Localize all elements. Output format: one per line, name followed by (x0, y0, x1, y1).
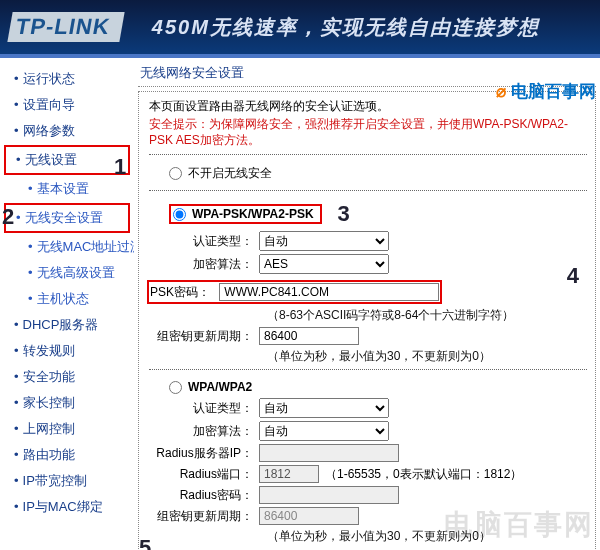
wpa-psk-enc-label: 加密算法： (149, 256, 259, 273)
wpa-rekey-label: 组密钥更新周期： (149, 508, 259, 525)
wpa-psk-auth-label: 认证类型： (149, 233, 259, 250)
sidebar-item-0[interactable]: 运行状态 (0, 66, 134, 92)
sidebar-item-11[interactable]: 安全功能 (0, 364, 134, 390)
radius-port-hint: （1-65535，0表示默认端口：1812） (325, 466, 522, 483)
sidebar-item-6[interactable]: 无线MAC地址过滤 (0, 234, 134, 260)
brand-logo: TP-LINK (7, 12, 124, 42)
radius-port-label: Radius端口： (149, 466, 259, 483)
radio-disable-security[interactable] (169, 167, 182, 180)
psk-password-hint: （8-63个ASCII码字符或8-64个十六进制字符） (267, 307, 587, 324)
radius-pwd-input[interactable] (259, 486, 399, 504)
annotation-5: 5 (139, 535, 151, 550)
wpa-psk-auth-select[interactable]: 自动 (259, 231, 389, 251)
psk-password-label: PSK密码： (150, 285, 216, 299)
section-wpa-psk: WPA-PSK/WPA2-PSK 3 认证类型： 自动 加密算法： AES PS… (149, 190, 587, 369)
radio-wpa-psk[interactable] (173, 208, 186, 221)
wpa-psk-enc-select[interactable]: AES (259, 254, 389, 274)
sidebar-item-9[interactable]: DHCP服务器 (0, 312, 134, 338)
annotation-4: 4 (567, 263, 579, 289)
watermark-logo: ⌀ 电脑百事网 (496, 80, 596, 103)
wpa-rekey-input[interactable] (259, 507, 359, 525)
sidebar-nav: 运行状态设置向导网络参数无线设置基本设置无线安全设置无线MAC地址过滤无线高级设… (0, 58, 134, 550)
radio-wpa[interactable] (169, 381, 182, 394)
sidebar-item-15[interactable]: IP带宽控制 (0, 468, 134, 494)
radius-ip-input[interactable] (259, 444, 399, 462)
sidebar-item-16[interactable]: IP与MAC绑定 (0, 494, 134, 520)
radius-pwd-label: Radius密码： (149, 487, 259, 504)
sidebar-item-14[interactable]: 路由功能 (0, 442, 134, 468)
panel-body: 本页面设置路由器无线网络的安全认证选项。 安全提示：为保障网络安全，强烈推荐开启… (138, 91, 596, 550)
sidebar-item-2[interactable]: 网络参数 (0, 118, 134, 144)
sidebar-item-13[interactable]: 上网控制 (0, 416, 134, 442)
annotation-1: 1 (114, 154, 126, 180)
wpa-enc-select[interactable]: 自动 (259, 421, 389, 441)
sidebar-item-5[interactable]: 无线安全设置 (4, 203, 130, 233)
panel-warning: 安全提示：为保障网络安全，强烈推荐开启安全设置，并使用WPA-PSK/WPA2-… (149, 117, 587, 148)
wpa-psk-rekey-hint: （单位为秒，最小值为30，不更新则为0） (267, 348, 587, 365)
main-panel: ⌀ 电脑百事网 无线网络安全设置 本页面设置路由器无线网络的安全认证选项。 安全… (134, 58, 600, 550)
annotation-2: 2 (2, 204, 14, 230)
sidebar-item-7[interactable]: 无线高级设置 (0, 260, 134, 286)
sidebar-item-12[interactable]: 家长控制 (0, 390, 134, 416)
sidebar-item-10[interactable]: 转发规则 (0, 338, 134, 364)
radius-ip-label: Radius服务器IP： (149, 445, 259, 462)
radio-disable-label: 不开启无线安全 (188, 165, 272, 182)
psk-password-input[interactable] (219, 283, 439, 301)
annotation-3: 3 (338, 201, 350, 227)
sidebar-item-3[interactable]: 无线设置 (4, 145, 130, 175)
radio-wpa-label: WPA/WPA2 (188, 380, 252, 394)
sidebar-item-8[interactable]: 主机状态 (0, 286, 134, 312)
wpa-auth-select[interactable]: 自动 (259, 398, 389, 418)
radius-port-input[interactable] (259, 465, 319, 483)
wpa-auth-label: 认证类型： (149, 400, 259, 417)
wpa-psk-rekey-label: 组密钥更新周期： (149, 328, 259, 345)
top-banner: TP-LINK 450M无线速率，实现无线自由连接梦想 (0, 0, 600, 54)
wpa-psk-rekey-input[interactable] (259, 327, 359, 345)
watermark-big: 电脑百事网 (444, 506, 594, 544)
banner-tagline: 450M无线速率，实现无线自由连接梦想 (152, 14, 540, 41)
section-disable: 不开启无线安全 (149, 154, 587, 190)
wpa-enc-label: 加密算法： (149, 423, 259, 440)
radio-wpa-psk-label: WPA-PSK/WPA2-PSK (192, 207, 314, 221)
sidebar-item-1[interactable]: 设置向导 (0, 92, 134, 118)
